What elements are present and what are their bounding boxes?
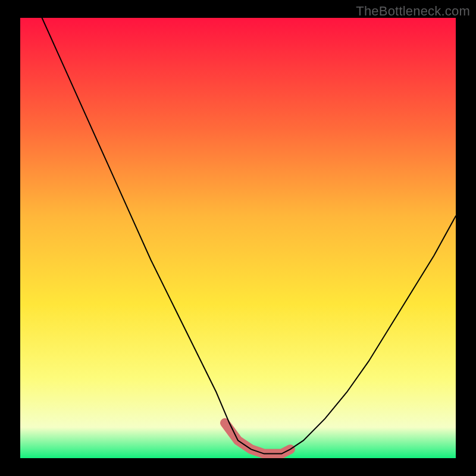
gradient-background	[20, 18, 456, 458]
bottleneck-plot	[20, 18, 456, 458]
watermark-text: TheBottleneck.com	[356, 4, 470, 19]
chart-frame: TheBottleneck.com	[0, 0, 476, 476]
